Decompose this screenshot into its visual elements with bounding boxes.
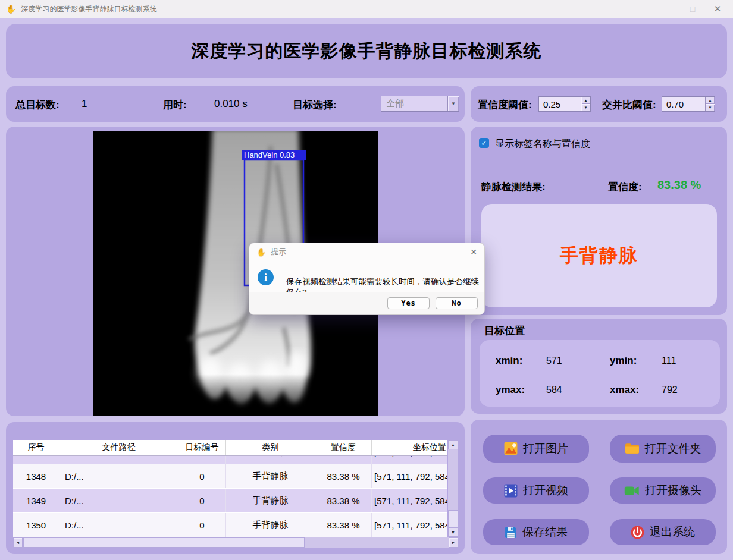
- vertical-scrollbar[interactable]: ▲ ▼: [448, 440, 458, 537]
- cell-coordinates: [571, 111, 792, 584]: [372, 464, 447, 488]
- ymin-label: ymin:: [610, 355, 637, 367]
- open-video-label: 打开视频: [523, 483, 568, 498]
- dialog-footer: Yes No: [249, 292, 484, 314]
- results-table[interactable]: 序号 文件路径 目标编号 类别 置信度 坐标位置 1347 D:/... 0 手…: [13, 440, 447, 537]
- confirm-dialog: ✋ 提示 ✕ i 保存视频检测结果可能需要较长时间，请确认是否继续保存? Yes…: [249, 243, 485, 315]
- cell-target-id: 0: [178, 513, 226, 537]
- header-coordinates: 坐标位置: [372, 440, 447, 455]
- cell-class: 手背静脉: [226, 456, 315, 464]
- table-header-row: 序号 文件路径 目标编号 类别 置信度 坐标位置: [13, 440, 447, 456]
- spin-down-icon[interactable]: ▼: [581, 104, 590, 111]
- table-row[interactable]: 1349 D:/... 0 手背静脉 83.38 % [571, 111, 79…: [13, 489, 447, 513]
- header-serial: 序号: [13, 440, 59, 455]
- os-titlebar: ✋ 深度学习的医学影像手背静脉目标检测系统: [0, 0, 733, 18]
- dialog-hand-icon: ✋: [256, 248, 266, 257]
- app-banner: 深度学习的医学影像手背静脉目标检测系统: [6, 24, 727, 78]
- target-position-box: xmin: 571 ymin: 111 ymax: 584 xmax: 792: [480, 340, 720, 407]
- table-row[interactable]: 1348 D:/... 0 手背静脉 83.38 % [571, 111, 79…: [13, 464, 447, 489]
- exit-system-button[interactable]: 退出系统: [610, 519, 716, 545]
- video-icon: [504, 484, 518, 498]
- detection-result-panel: ✓ 显示标签名称与置信度 静脉检测结果: 置信度: 83.38 % 手背静脉: [471, 127, 727, 315]
- cell-coordinates: [571, 111, 792, 584]: [372, 489, 447, 512]
- scroll-right-icon[interactable]: ►: [449, 537, 458, 548]
- header-confidence: 置信度: [315, 440, 372, 455]
- cell-serial: 1348: [13, 464, 59, 488]
- open-image-button[interactable]: 打开图片: [483, 435, 589, 463]
- target-select-dropdown[interactable]: 全部 ▼: [381, 96, 459, 112]
- open-camera-button[interactable]: 打开摄像头: [610, 477, 716, 504]
- cell-filepath: D:/...: [59, 456, 178, 464]
- scroll-down-icon[interactable]: ▼: [448, 527, 458, 537]
- dialog-close-icon[interactable]: ✕: [470, 247, 477, 257]
- vein-result-label: 静脉检测结果:: [481, 180, 546, 194]
- app-hand-icon: ✋: [6, 4, 16, 14]
- cell-coordinates: [571, 111, 792, 584]: [372, 456, 447, 464]
- cell-target-id: 0: [178, 489, 226, 512]
- thresholds-panel: 置信度阈值: 0.25 ▲ ▼ 交并比阈值: 0.70 ▲ ▼: [471, 86, 727, 122]
- image-icon: [504, 442, 518, 455]
- dropdown-arrow-icon[interactable]: ▼: [447, 96, 459, 111]
- cell-serial: 1347: [13, 456, 59, 464]
- scroll-up-icon[interactable]: ▲: [448, 440, 458, 449]
- iou-threshold-value[interactable]: 0.70: [662, 97, 705, 111]
- confidence-label: 置信度:: [608, 180, 642, 194]
- spin-down-icon[interactable]: ▼: [706, 104, 715, 111]
- horizontal-scroll-thumb[interactable]: [23, 537, 305, 548]
- cell-filepath: D:/...: [59, 513, 178, 537]
- exit-system-label: 退出系统: [650, 524, 695, 540]
- page-title: 深度学习的医学影像手背静脉目标检测系统: [192, 39, 542, 64]
- target-position-panel: 目标位置 xmin: 571 ymin: 111 ymax: 584 xmax:…: [471, 319, 727, 414]
- table-row[interactable]: 1350 D:/... 0 手背静脉 83.38 % [571, 111, 79…: [13, 513, 447, 537]
- cell-confidence: 83.38 %: [315, 489, 372, 512]
- open-image-label: 打开图片: [523, 441, 568, 457]
- check-icon: ✓: [481, 139, 487, 147]
- yes-button[interactable]: Yes: [387, 297, 430, 309]
- save-results-label: 保存结果: [522, 524, 568, 540]
- cell-serial: 1350: [13, 513, 59, 537]
- save-results-button[interactable]: 保存结果: [483, 519, 589, 545]
- no-button[interactable]: No: [436, 297, 478, 309]
- open-camera-label: 打开摄像头: [645, 483, 701, 498]
- ymax-value: 584: [546, 385, 562, 395]
- confidence-threshold-value[interactable]: 0.25: [539, 97, 581, 111]
- folder-icon: [625, 442, 640, 455]
- elapsed-time-label: 用时:: [163, 98, 187, 112]
- table-row-clipped[interactable]: 1347 D:/... 0 手背静脉 83.38 % [571, 111, 79…: [13, 456, 447, 464]
- stats-panel: 总目标数: 1 用时: 0.010 s 目标选择: 全部 ▼: [6, 86, 465, 122]
- show-labels-label: 显示标签名称与置信度: [495, 138, 590, 150]
- close-button[interactable]: ✕: [704, 0, 731, 18]
- camera-icon: [624, 486, 640, 496]
- open-folder-button[interactable]: 打开文件夹: [610, 435, 716, 463]
- confidence-threshold-spinner[interactable]: 0.25 ▲ ▼: [538, 96, 591, 112]
- maximize-button[interactable]: □: [679, 0, 706, 18]
- open-video-button[interactable]: 打开视频: [483, 477, 589, 504]
- xmin-label: xmin:: [496, 355, 522, 367]
- header-target-id: 目标编号: [178, 440, 226, 455]
- cell-filepath: D:/...: [59, 489, 178, 512]
- minimize-button[interactable]: —: [653, 0, 679, 18]
- iou-threshold-spinner[interactable]: 0.70 ▲ ▼: [662, 96, 715, 112]
- cell-confidence: 83.38 %: [315, 456, 372, 464]
- vertical-scroll-thumb[interactable]: [448, 510, 458, 528]
- cell-confidence: 83.38 %: [315, 513, 372, 537]
- info-icon: i: [258, 269, 274, 285]
- target-position-title: 目标位置: [484, 324, 525, 338]
- confidence-threshold-label: 置信度阈值:: [478, 98, 532, 112]
- show-labels-checkbox[interactable]: ✓: [479, 138, 489, 148]
- cell-confidence: 83.38 %: [315, 464, 372, 488]
- header-class: 类别: [226, 440, 315, 455]
- header-filepath: 文件路径: [59, 440, 178, 455]
- total-targets-label: 总目标数:: [15, 98, 59, 112]
- spin-up-icon[interactable]: ▲: [581, 97, 590, 104]
- cell-coordinates: [571, 111, 792, 584]: [372, 513, 447, 537]
- scroll-left-icon[interactable]: ◄: [13, 537, 23, 548]
- cell-class: 手背静脉: [226, 513, 315, 537]
- target-select-value: 全部: [381, 96, 447, 111]
- xmax-label: xmax:: [610, 384, 639, 396]
- open-folder-label: 打开文件夹: [645, 441, 701, 457]
- spin-up-icon[interactable]: ▲: [706, 97, 715, 104]
- window-title: 深度学习的医学影像手背静脉目标检测系统: [21, 4, 156, 14]
- detected-class-name: 手背静脉: [560, 243, 638, 268]
- elapsed-time-value: 0.010 s: [214, 98, 248, 110]
- horizontal-scrollbar[interactable]: ◄ ►: [13, 537, 458, 548]
